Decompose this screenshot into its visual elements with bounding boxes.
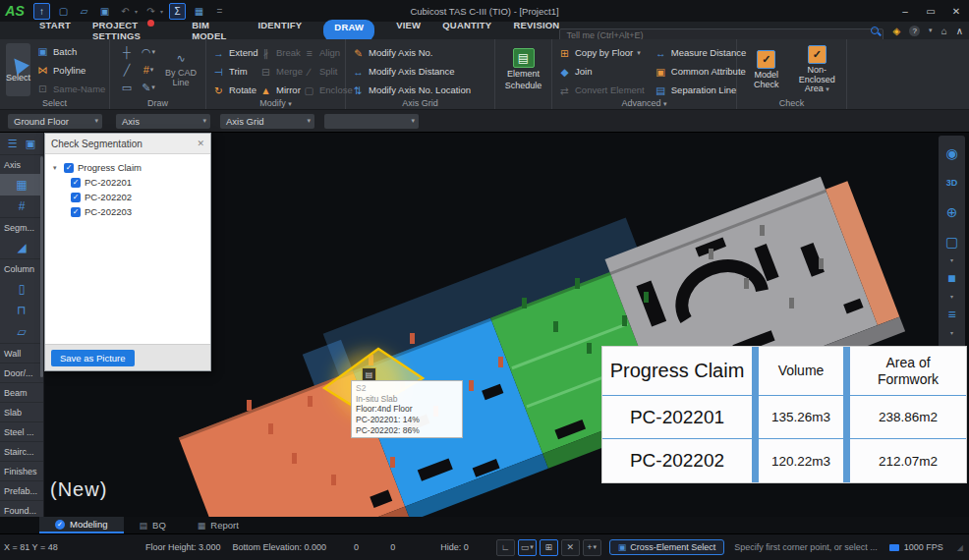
checkbox-icon[interactable]: ✓ (71, 193, 81, 202)
sidebar-tool-segment[interactable]: ◢ (0, 237, 43, 258)
sidebar-tool-secondary-axis[interactable]: # (0, 196, 43, 217)
sidebar-tool-structural-column[interactable]: ⊓ (0, 300, 43, 321)
by-cad-line-button[interactable]: By CAD Line (161, 68, 200, 88)
app-logo[interactable]: AS (0, 3, 29, 19)
panel-header[interactable]: Check Segmentation ✕ (45, 134, 210, 154)
sidebar-item-steel[interactable]: Steel ... (0, 421, 43, 441)
cross-element-select-button[interactable]: ▣ Cross-Element Select (609, 539, 725, 555)
modify-axis-no-button[interactable]: ✎Modify Axis No. (352, 43, 488, 62)
help-caret-icon[interactable]: ▾ (929, 27, 933, 34)
cancel-icon[interactable]: ✕ (561, 539, 580, 556)
undo-caret-icon[interactable]: ▾ (135, 8, 138, 15)
common-attribute-button[interactable]: ▣Common Attribute (655, 62, 747, 81)
tab-quantity[interactable]: QUANTITY (442, 20, 491, 41)
tab-report[interactable]: ▦ Report (182, 517, 255, 533)
sidebar-item-staircase[interactable]: Stairc... (0, 441, 43, 461)
checkbox-icon[interactable]: ✓ (71, 178, 81, 188)
open-folder-icon[interactable]: ▱ (77, 4, 91, 19)
category-dropdown[interactable]: Axis▾ (116, 114, 210, 129)
more-commands-icon[interactable]: = (212, 4, 227, 19)
list-icon[interactable]: ☰ (8, 138, 18, 150)
tree-caret-icon[interactable]: ▾ (53, 164, 60, 172)
redo-caret-icon[interactable]: ▾ (160, 8, 163, 15)
draw-grid-tool[interactable]: #▾ (138, 61, 159, 79)
tree-item-pc202203[interactable]: ✓ PC-202203 (53, 204, 210, 219)
checkbox-icon[interactable]: ✓ (71, 207, 81, 217)
tab-bq[interactable]: ▤ BQ (124, 517, 182, 533)
shaded-view-icon[interactable]: ■ (939, 263, 965, 293)
help-icon[interactable]: ? (909, 26, 920, 36)
floor-dropdown[interactable]: Ground Floor▾ (8, 114, 102, 129)
tree-item-pc202201[interactable]: ✓ PC-202201 (53, 175, 210, 190)
join-button[interactable]: ◆Join (558, 62, 645, 81)
orbit-icon[interactable]: ◉ (939, 139, 965, 168)
section-caret-icon[interactable]: ▾ (950, 329, 953, 336)
panel-close-icon[interactable]: ✕ (197, 139, 204, 148)
tree-item-progress-claim[interactable]: ▾ ✓ Progress Claim (53, 160, 210, 175)
undo-icon[interactable]: ↶ (118, 4, 133, 19)
draw-arc-tool[interactable]: ◠▾ (138, 43, 159, 61)
rotate-button[interactable]: ↻Rotate (212, 81, 259, 99)
selection-mode-icon[interactable]: ▭▾ (518, 539, 537, 556)
maximize-button[interactable]: ▭ (918, 6, 943, 17)
tab-identify[interactable]: IDENTIFY (257, 20, 302, 41)
ortho-mode-icon[interactable]: ∟ (496, 539, 515, 556)
layers-icon[interactable]: ≡ (939, 300, 965, 329)
table-select-icon[interactable]: ▦ (192, 4, 206, 19)
tab-bim-model[interactable]: BIM MODEL (192, 20, 236, 41)
draw-rect-tool[interactable]: ▭ (116, 79, 138, 96)
separation-line-button[interactable]: ▤Separation Line (655, 81, 747, 99)
sidebar-item-wall[interactable]: Wall (0, 343, 43, 363)
non-enclosed-area-button[interactable]: ✓ Non-Enclosed Area ▾ (794, 45, 841, 95)
sidebar-item-foundation[interactable]: Found... (0, 500, 43, 517)
sidebar-scrollbar[interactable] (40, 156, 43, 377)
layers-caret-icon[interactable]: ▾ (950, 293, 953, 300)
sidebar-tool-column[interactable]: ▯ (0, 278, 43, 300)
snap-icon[interactable]: +▾ (583, 539, 601, 556)
element-schedule-button[interactable]: ▤ Element Schedule (505, 48, 542, 91)
extend-button[interactable]: →Extend (212, 43, 259, 62)
wireframe-icon[interactable]: ▢ (939, 227, 965, 256)
search-icon[interactable] (871, 27, 879, 34)
draw-point-tool[interactable]: ┼ (116, 43, 138, 61)
pan-hand-icon[interactable]: ⊕ (939, 197, 965, 227)
linkage-icon[interactable]: ⊞ (540, 539, 558, 556)
panel-toggle-icon[interactable]: ▣ (26, 138, 35, 150)
license-shield-icon[interactable]: ◈ (892, 26, 900, 36)
redo-icon[interactable]: ↷ (143, 4, 158, 19)
sidebar-tool-column-pit[interactable]: ▱ (0, 321, 43, 343)
draw-line-tool[interactable]: ╱ (116, 61, 138, 79)
extra-dropdown[interactable]: ▾ (324, 114, 419, 129)
sidebar-item-finishes[interactable]: Finishes (0, 461, 43, 480)
minimize-button[interactable]: – (892, 6, 918, 17)
checkbox-icon[interactable]: ✓ (64, 163, 74, 173)
training-cap-icon[interactable]: ⌂ (941, 26, 947, 36)
tab-revision[interactable]: REVISION (513, 20, 559, 41)
draw-pencil-tool[interactable]: ✎▾ (138, 79, 159, 96)
measure-distance-button[interactable]: ↔Measure Distance (655, 43, 747, 62)
tree-item-pc202202[interactable]: ✓ PC-202202 (53, 190, 210, 204)
tab-modeling[interactable]: ✓ Modeling (39, 517, 124, 533)
tab-draw[interactable]: DRAW (323, 20, 374, 41)
trim-button[interactable]: ⊣Trim (212, 62, 259, 81)
resize-grip-icon[interactable]: ◢ (957, 543, 963, 552)
sidebar-item-prefab[interactable]: Prefab... (0, 480, 43, 500)
element-schedule-quick-icon[interactable]: Σ (169, 3, 186, 20)
select-button[interactable]: Select (6, 43, 30, 96)
view-3d-icon[interactable]: 3D (939, 168, 965, 197)
batch-button[interactable]: ▣Batch (36, 42, 105, 61)
sidebar-item-slab[interactable]: Slab (0, 402, 43, 421)
shaded-caret-icon[interactable]: ▾ (950, 256, 953, 263)
sidebar-item-beam[interactable]: Beam (0, 382, 43, 402)
save-as-picture-button[interactable]: Save as Picture (51, 350, 135, 366)
tab-project-settings[interactable]: PROJECT SETTINGS (92, 20, 170, 41)
new-file-icon[interactable]: ▢ (56, 4, 71, 19)
tab-start[interactable]: START (39, 20, 71, 41)
sidebar-item-segment[interactable]: Segm... (0, 217, 43, 237)
draw-spline-tool[interactable]: ∿ (176, 52, 185, 65)
modify-axis-distance-button[interactable]: ↔Modify Axis Distance (352, 62, 488, 81)
import-icon[interactable]: ↑ (33, 3, 50, 20)
tab-view[interactable]: VIEW (396, 20, 421, 41)
sidebar-item-axis[interactable]: Axis (0, 154, 43, 174)
collapse-ribbon-icon[interactable]: ∧ (956, 26, 963, 36)
